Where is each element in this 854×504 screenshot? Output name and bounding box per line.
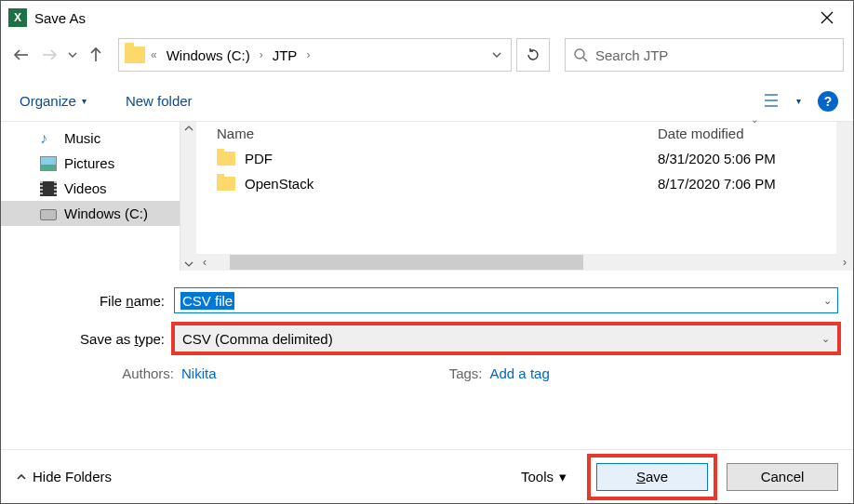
organize-label: Organize [20,93,76,109]
refresh-button[interactable] [516,38,550,72]
videos-icon [40,181,57,196]
music-icon: ♪ [40,131,57,146]
chevron-up-icon [16,471,27,483]
list-item-name: PDF [245,151,658,166]
sidebar-item-label: Pictures [64,155,114,171]
sidebar-scrollbar[interactable] [180,122,196,271]
chevron-down-icon: ⌄ [751,114,758,125]
organize-button[interactable]: Organize ▾ [16,89,90,113]
view-button[interactable]: ▾ [761,88,805,114]
help-button[interactable]: ? [818,91,838,112]
chevron-down-icon [68,50,77,60]
list-item-date: 8/31/2020 5:06 PM [658,151,853,166]
list-horizontal-scrollbar[interactable]: ‹ › [196,254,853,271]
sidebar-item-music[interactable]: ♪ Music [1,126,196,151]
recent-locations-button[interactable] [66,44,79,66]
breadcrumb-part[interactable]: Windows (C:) [163,47,254,63]
refresh-icon [526,47,540,62]
search-placeholder: Search JTP [595,47,668,63]
arrow-right-icon [40,46,59,64]
sidebar: ♪ Music Pictures Videos Windows (C:) [1,122,196,271]
close-button[interactable] [808,4,846,32]
breadcrumb-part[interactable]: JTP [269,47,301,63]
list-item-name: OpenStack [245,176,658,192]
chevron-down-icon[interactable]: ⌄ [821,333,830,345]
scroll-right-icon: › [836,256,853,269]
folder-icon [217,177,235,191]
excel-app-icon: X [8,8,27,27]
save-as-type-label: Save as type: [16,331,174,347]
tags-label: Tags: [446,365,483,381]
folder-icon [217,152,235,166]
cancel-label: Cancel [761,469,805,484]
chevron-down-icon [492,50,501,60]
forward-button[interactable] [38,44,60,66]
new-folder-label: New folder [126,93,193,109]
scroll-thumb[interactable] [230,255,583,270]
save-as-type-select[interactable]: CSV (Comma delimited) ⌄ [174,325,838,352]
list-vertical-scrollbar[interactable] [836,122,853,254]
explorer-body: ♪ Music Pictures Videos Windows (C:) Nam… [1,122,853,271]
folder-icon [125,46,145,63]
arrow-left-icon [12,46,31,64]
chevron-down-icon[interactable]: ⌄ [823,295,832,307]
address-dropdown[interactable] [488,50,505,60]
hide-folders-label: Hide Folders [33,469,112,484]
address-bar[interactable]: « Windows (C:) › JTP › [118,38,512,72]
save-form: File name: CSV file ⌄ Save as type: CSV … [1,271,853,417]
up-button[interactable] [85,44,107,66]
svg-point-5 [575,49,584,59]
chevron-down-icon: ▾ [82,96,87,106]
arrow-up-icon [87,46,105,64]
column-header-date[interactable]: ⌄ Date modified [658,126,853,141]
authors-value[interactable]: Nikita [181,365,217,381]
chevron-right-icon: › [304,48,312,61]
list-item-date: 8/17/2020 7:06 PM [658,176,853,192]
file-list: Name ⌄ Date modified PDF 8/31/2020 5:06 … [196,122,853,271]
sidebar-item-windows-c[interactable]: Windows (C:) [1,201,196,226]
sidebar-item-label: Music [64,130,100,146]
svg-line-6 [583,58,587,61]
nav-row: « Windows (C:) › JTP › Search JTP [1,34,853,81]
window-title: Save As [34,10,808,26]
list-item[interactable]: PDF 8/31/2020 5:06 PM [196,146,853,171]
list-header: Name ⌄ Date modified [196,122,853,146]
toolbar: Organize ▾ New folder ▾ ? [1,81,853,122]
authors-label: Authors: [100,365,174,381]
chevron-right-icon: › [258,48,265,61]
save-as-type-value: CSV (Comma delimited) [182,331,333,347]
column-header-date-label: Date modified [658,126,744,141]
close-icon [821,11,834,24]
chevron-up-icon [184,124,193,133]
save-button[interactable]: Save [596,463,708,491]
scroll-left-icon: ‹ [196,256,213,269]
list-item[interactable]: OpenStack 8/17/2020 7:06 PM [196,171,853,196]
column-header-name[interactable]: Name [217,126,658,141]
breadcrumb-prefix: « [149,48,159,61]
chevron-down-icon: ▾ [559,469,567,485]
file-name-label: File name: [16,293,174,309]
hide-folders-button[interactable]: Hide Folders [16,469,112,484]
back-button[interactable] [10,44,33,66]
pictures-icon [40,156,57,171]
tools-button[interactable]: Tools ▾ [521,469,567,485]
save-highlight: Save [587,454,717,500]
view-list-icon [765,92,787,111]
sidebar-item-label: Videos [64,180,107,196]
cancel-button[interactable]: Cancel [727,463,838,491]
sidebar-item-pictures[interactable]: Pictures [1,151,196,176]
drive-icon [40,209,57,220]
search-input[interactable]: Search JTP [565,38,844,72]
file-name-value: CSV file [180,292,234,310]
sidebar-item-label: Windows (C:) [64,206,148,221]
sidebar-item-videos[interactable]: Videos [1,176,196,201]
file-name-input[interactable]: CSV file ⌄ [174,287,838,313]
tags-value[interactable]: Add a tag [490,365,550,381]
title-bar: X Save As [1,1,853,34]
chevron-down-icon: ▾ [796,96,801,106]
new-folder-button[interactable]: New folder [122,89,196,113]
chevron-down-icon [184,259,193,269]
search-icon [573,47,588,62]
footer: Hide Folders Tools ▾ Save Cancel [1,449,853,503]
tools-label: Tools [521,469,554,484]
